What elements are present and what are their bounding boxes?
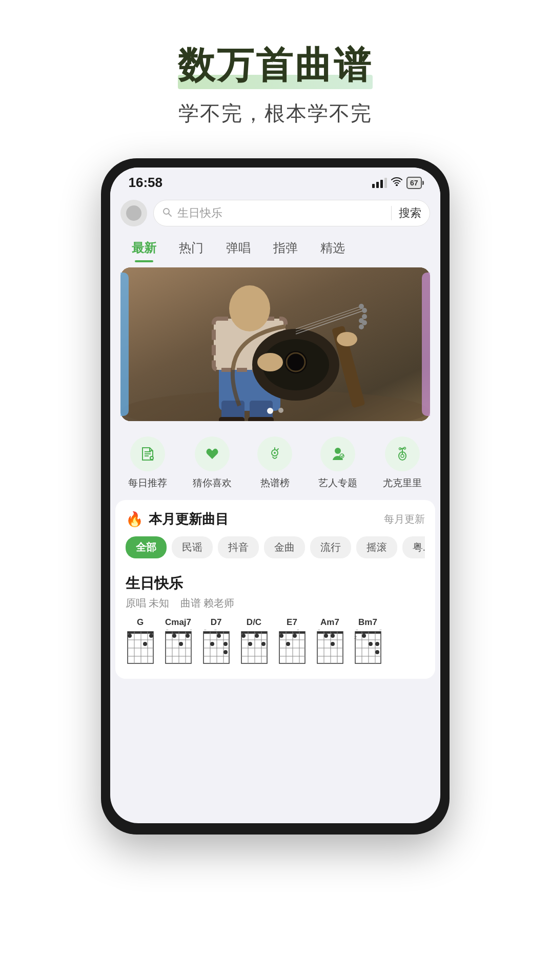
search-bar[interactable]: 生日快乐 搜索 (153, 200, 430, 226)
guitar-scene-svg (120, 267, 430, 421)
status-time: 16:58 (129, 175, 163, 191)
svg-rect-110 (317, 632, 343, 663)
signal-icon (372, 178, 387, 188)
svg-text:2: 2 (354, 635, 357, 640)
svg-point-94 (241, 634, 246, 638)
fire-icon: 🔥 (126, 511, 144, 528)
svg-text:×: × (318, 630, 320, 632)
svg-rect-123 (355, 632, 381, 634)
filter-folk[interactable]: 民谣 (172, 536, 213, 558)
banner-area (110, 262, 440, 426)
svg-point-25 (362, 314, 367, 319)
hero-title: 数万首曲谱 (178, 41, 373, 90)
chord-D7: D7 (201, 617, 231, 665)
svg-point-108 (286, 642, 290, 646)
svg-text:×: × (166, 630, 169, 632)
svg-point-23 (359, 304, 364, 309)
svg-point-11 (284, 351, 307, 373)
monthly-section: 🔥 本月更新曲目 每月更新 全部 民谣 抖音 金曲 流行 摇滚 粤... (115, 500, 435, 679)
svg-point-39 (335, 448, 341, 454)
svg-point-58 (143, 642, 147, 646)
banner-peek-right (422, 273, 430, 416)
banner-peek-left (120, 273, 129, 416)
status-bar: 16:58 (110, 168, 440, 194)
svg-point-135 (375, 650, 379, 654)
svg-point-40 (340, 454, 344, 458)
filter-cantonese[interactable]: 粤... (402, 536, 425, 558)
filter-pop[interactable]: 流行 (310, 536, 351, 558)
chord-G: G (126, 617, 155, 665)
svg-text:×: × (379, 630, 382, 632)
qa-recommend-for-you[interactable]: 猜你喜欢 (193, 436, 232, 490)
tab-hot[interactable]: 热门 (168, 236, 215, 262)
hero-subtitle: 学不完，根本学不完 (178, 99, 372, 128)
svg-rect-22 (248, 417, 274, 421)
filter-douyin[interactable]: 抖音 (218, 536, 259, 558)
svg-point-18 (337, 332, 357, 346)
svg-point-133 (362, 634, 366, 638)
svg-rect-99 (279, 632, 305, 634)
banner-image[interactable] (120, 267, 430, 421)
chord-Bm7: Bm7 2 (353, 617, 383, 665)
svg-point-47 (404, 447, 406, 449)
svg-point-70 (179, 642, 183, 646)
svg-point-36 (274, 452, 276, 454)
svg-point-109 (293, 634, 297, 638)
daily-recommend-icon (130, 436, 165, 471)
status-icons: 67 (372, 177, 422, 189)
svg-text:×: × (204, 630, 207, 632)
hero-title-wrapper: 数万首曲谱 (178, 41, 373, 90)
chord-DC: D/C (239, 617, 269, 665)
svg-text:×: × (214, 630, 217, 632)
svg-point-24 (362, 308, 367, 313)
qa-daily-recommend[interactable]: 每日推荐 (128, 436, 167, 490)
svg-point-8 (229, 285, 270, 331)
banner-dot-1[interactable] (267, 408, 273, 414)
svg-point-107 (279, 634, 283, 638)
tab-strum[interactable]: 弹唱 (215, 236, 262, 262)
svg-rect-122 (355, 632, 381, 663)
song-card[interactable]: 生日快乐 原唱 未知 曲谱 赖老师 G (126, 569, 425, 671)
filter-tags: 全部 民谣 抖音 金曲 流行 摇滚 粤... (126, 536, 425, 558)
filter-rock[interactable]: 摇滚 (356, 536, 397, 558)
svg-rect-21 (219, 417, 245, 421)
qa-recommend-label: 猜你喜欢 (193, 476, 232, 490)
song-meta: 原唱 未知 曲谱 赖老师 (126, 596, 425, 610)
category-tabs: 最新 热门 弹唱 指弹 精选 (110, 232, 440, 262)
qa-artist-label: 艺人专题 (318, 476, 357, 490)
tab-fingerpick[interactable]: 指弹 (262, 236, 309, 262)
svg-point-134 (369, 642, 373, 646)
svg-line-1 (169, 214, 171, 216)
svg-point-27 (359, 324, 364, 329)
svg-rect-60 (166, 632, 191, 634)
svg-point-46 (399, 448, 401, 450)
qa-ukulele[interactable]: 尤克里里 (383, 436, 422, 490)
svg-point-85 (223, 650, 228, 654)
svg-point-95 (248, 642, 252, 646)
chord-row: G (126, 617, 425, 665)
tab-latest[interactable]: 最新 (120, 236, 168, 262)
artist-icon (320, 436, 355, 471)
wifi-icon (391, 177, 402, 189)
svg-point-96 (255, 634, 259, 638)
banner-dot-2[interactable] (278, 408, 283, 413)
section-more[interactable]: 每月更新 (384, 512, 425, 526)
song-original-singer: 未知 (149, 597, 169, 609)
battery-icon: 67 (406, 177, 422, 189)
section-header: 🔥 本月更新曲目 每月更新 (126, 510, 425, 528)
quick-actions: 每日推荐 猜你喜欢 (110, 426, 440, 495)
phone-screen: 16:58 (110, 168, 440, 823)
svg-point-136 (375, 642, 379, 646)
qa-artist-special[interactable]: 艺人专题 (318, 436, 357, 490)
phone-mockup: 16:58 (101, 158, 450, 835)
svg-point-121 (331, 634, 335, 638)
search-divider (391, 206, 392, 220)
tab-featured[interactable]: 精选 (309, 236, 356, 262)
banner-dots (267, 408, 283, 414)
chord-Cmaj7: Cmaj7 (164, 617, 193, 665)
qa-hot-chart[interactable]: 热谱榜 (257, 436, 292, 490)
filter-gold[interactable]: 金曲 (264, 536, 305, 558)
filter-all[interactable]: 全部 (126, 536, 167, 558)
search-button[interactable]: 搜索 (399, 205, 421, 221)
user-avatar[interactable] (120, 200, 147, 226)
